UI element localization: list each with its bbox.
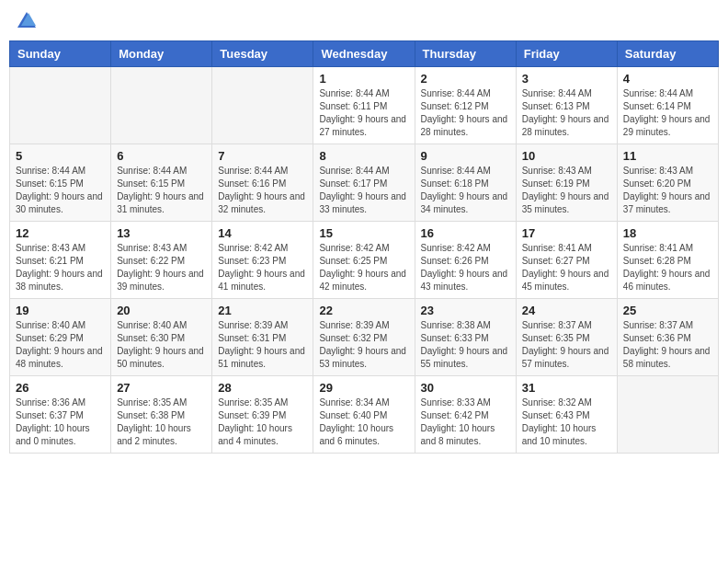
calendar-cell [10,67,111,144]
weekday-thursday: Thursday [415,41,516,67]
day-number: 28 [218,381,307,395]
calendar-cell: 15Sunrise: 8:42 AM Sunset: 6:25 PM Dayli… [313,222,415,299]
weekday-header-row: SundayMondayTuesdayWednesdayThursdayFrid… [10,41,719,67]
day-number: 30 [421,381,510,395]
calendar-cell: 17Sunrise: 8:41 AM Sunset: 6:27 PM Dayli… [516,222,617,299]
day-number: 13 [117,226,206,240]
day-number: 9 [421,149,510,163]
day-info: Sunrise: 8:44 AM Sunset: 6:17 PM Dayligh… [319,165,408,216]
day-info: Sunrise: 8:44 AM Sunset: 6:13 PM Dayligh… [522,87,611,139]
day-number: 11 [623,149,712,163]
week-row-4: 19Sunrise: 8:40 AM Sunset: 6:29 PM Dayli… [10,299,719,376]
day-number: 24 [522,304,611,317]
day-number: 8 [319,149,408,163]
calendar-cell: 7Sunrise: 8:44 AM Sunset: 6:16 PM Daylig… [212,144,313,222]
day-number: 5 [16,149,105,163]
day-info: Sunrise: 8:40 AM Sunset: 6:29 PM Dayligh… [16,319,105,371]
calendar-cell [212,67,313,144]
day-number: 4 [623,72,712,86]
day-info: Sunrise: 8:33 AM Sunset: 6:42 PM Dayligh… [421,396,510,448]
day-number: 31 [522,381,611,395]
day-info: Sunrise: 8:41 AM Sunset: 6:27 PM Dayligh… [522,242,611,293]
calendar-cell: 28Sunrise: 8:35 AM Sunset: 6:39 PM Dayli… [212,376,313,454]
day-number: 14 [218,226,307,240]
calendar-cell: 30Sunrise: 8:33 AM Sunset: 6:42 PM Dayli… [415,376,516,454]
calendar-cell: 4Sunrise: 8:44 AM Sunset: 6:14 PM Daylig… [617,67,718,144]
calendar-cell: 3Sunrise: 8:44 AM Sunset: 6:13 PM Daylig… [516,67,617,144]
day-number: 1 [319,72,408,86]
day-number: 12 [16,226,105,240]
day-number: 18 [623,226,712,240]
week-row-5: 26Sunrise: 8:36 AM Sunset: 6:37 PM Dayli… [10,376,719,454]
day-info: Sunrise: 8:37 AM Sunset: 6:36 PM Dayligh… [623,319,712,371]
calendar-cell: 13Sunrise: 8:43 AM Sunset: 6:22 PM Dayli… [111,222,212,299]
day-number: 17 [522,226,611,240]
calendar-cell: 9Sunrise: 8:44 AM Sunset: 6:18 PM Daylig… [415,144,516,222]
logo [14,9,38,31]
week-row-3: 12Sunrise: 8:43 AM Sunset: 6:21 PM Dayli… [10,222,719,299]
day-info: Sunrise: 8:42 AM Sunset: 6:25 PM Dayligh… [319,242,408,293]
weekday-saturday: Saturday [617,41,718,67]
day-number: 10 [522,149,611,163]
calendar-cell: 2Sunrise: 8:44 AM Sunset: 6:12 PM Daylig… [415,67,516,144]
calendar-cell: 27Sunrise: 8:35 AM Sunset: 6:38 PM Dayli… [111,376,212,454]
day-info: Sunrise: 8:32 AM Sunset: 6:43 PM Dayligh… [522,396,611,448]
day-number: 23 [421,304,510,317]
day-number: 16 [421,226,510,240]
day-info: Sunrise: 8:41 AM Sunset: 6:28 PM Dayligh… [623,242,712,293]
day-info: Sunrise: 8:42 AM Sunset: 6:23 PM Dayligh… [218,242,307,293]
weekday-monday: Monday [111,41,212,67]
calendar-cell: 5Sunrise: 8:44 AM Sunset: 6:15 PM Daylig… [10,144,111,222]
calendar-cell: 24Sunrise: 8:37 AM Sunset: 6:35 PM Dayli… [516,299,617,376]
day-info: Sunrise: 8:36 AM Sunset: 6:37 PM Dayligh… [16,396,105,448]
day-number: 7 [218,149,307,163]
day-info: Sunrise: 8:44 AM Sunset: 6:14 PM Dayligh… [623,87,712,139]
day-info: Sunrise: 8:34 AM Sunset: 6:40 PM Dayligh… [319,396,408,448]
day-number: 15 [319,226,408,240]
day-info: Sunrise: 8:44 AM Sunset: 6:16 PM Dayligh… [218,165,307,216]
day-number: 26 [16,381,105,395]
day-info: Sunrise: 8:44 AM Sunset: 6:12 PM Dayligh… [421,87,510,139]
day-info: Sunrise: 8:44 AM Sunset: 6:15 PM Dayligh… [16,165,105,216]
day-number: 20 [117,304,206,317]
day-number: 27 [117,381,206,395]
logo-icon [16,9,38,31]
calendar-cell: 21Sunrise: 8:39 AM Sunset: 6:31 PM Dayli… [212,299,313,376]
week-row-2: 5Sunrise: 8:44 AM Sunset: 6:15 PM Daylig… [10,144,719,222]
day-info: Sunrise: 8:35 AM Sunset: 6:38 PM Dayligh… [117,396,206,448]
calendar-cell: 29Sunrise: 8:34 AM Sunset: 6:40 PM Dayli… [313,376,415,454]
calendar-cell: 22Sunrise: 8:39 AM Sunset: 6:32 PM Dayli… [313,299,415,376]
day-info: Sunrise: 8:37 AM Sunset: 6:35 PM Dayligh… [522,319,611,371]
day-info: Sunrise: 8:43 AM Sunset: 6:21 PM Dayligh… [16,242,105,293]
day-info: Sunrise: 8:43 AM Sunset: 6:22 PM Dayligh… [117,242,206,293]
calendar-body: 1Sunrise: 8:44 AM Sunset: 6:11 PM Daylig… [10,67,719,454]
calendar-cell: 1Sunrise: 8:44 AM Sunset: 6:11 PM Daylig… [313,67,415,144]
weekday-friday: Friday [516,41,617,67]
calendar-cell [617,376,718,454]
weekday-tuesday: Tuesday [212,41,313,67]
calendar-cell: 25Sunrise: 8:37 AM Sunset: 6:36 PM Dayli… [617,299,718,376]
day-number: 2 [421,72,510,86]
calendar-cell [111,67,212,144]
day-info: Sunrise: 8:44 AM Sunset: 6:15 PM Dayligh… [117,165,206,216]
day-info: Sunrise: 8:39 AM Sunset: 6:32 PM Dayligh… [319,319,408,371]
calendar-cell: 23Sunrise: 8:38 AM Sunset: 6:33 PM Dayli… [415,299,516,376]
calendar-cell: 18Sunrise: 8:41 AM Sunset: 6:28 PM Dayli… [617,222,718,299]
day-info: Sunrise: 8:44 AM Sunset: 6:11 PM Dayligh… [319,87,408,139]
calendar: SundayMondayTuesdayWednesdayThursdayFrid… [9,40,719,454]
day-info: Sunrise: 8:44 AM Sunset: 6:18 PM Dayligh… [421,165,510,216]
calendar-cell: 14Sunrise: 8:42 AM Sunset: 6:23 PM Dayli… [212,222,313,299]
day-info: Sunrise: 8:43 AM Sunset: 6:20 PM Dayligh… [623,165,712,216]
calendar-cell: 19Sunrise: 8:40 AM Sunset: 6:29 PM Dayli… [10,299,111,376]
day-number: 25 [623,304,712,317]
calendar-cell: 11Sunrise: 8:43 AM Sunset: 6:20 PM Dayli… [617,144,718,222]
calendar-cell: 20Sunrise: 8:40 AM Sunset: 6:30 PM Dayli… [111,299,212,376]
day-number: 22 [319,304,408,317]
calendar-cell: 6Sunrise: 8:44 AM Sunset: 6:15 PM Daylig… [111,144,212,222]
day-info: Sunrise: 8:39 AM Sunset: 6:31 PM Dayligh… [218,319,307,371]
calendar-cell: 12Sunrise: 8:43 AM Sunset: 6:21 PM Dayli… [10,222,111,299]
calendar-cell: 31Sunrise: 8:32 AM Sunset: 6:43 PM Dayli… [516,376,617,454]
calendar-cell: 26Sunrise: 8:36 AM Sunset: 6:37 PM Dayli… [10,376,111,454]
day-info: Sunrise: 8:35 AM Sunset: 6:39 PM Dayligh… [218,396,307,448]
day-info: Sunrise: 8:42 AM Sunset: 6:26 PM Dayligh… [421,242,510,293]
